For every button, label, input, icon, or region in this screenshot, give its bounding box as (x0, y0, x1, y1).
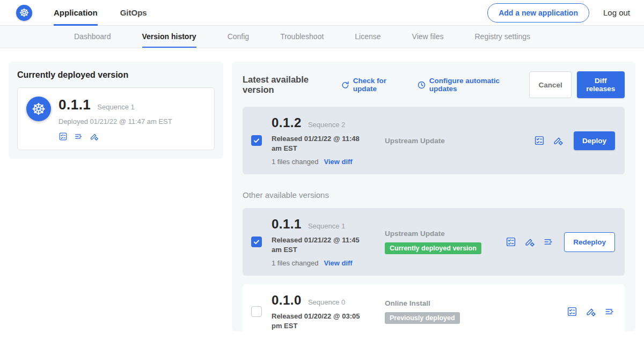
version-source-block: Online Install Previously deployed (382, 299, 567, 324)
cancel-button[interactable]: Cancel (529, 71, 571, 98)
version-source-block: Upstream Update Currently deployed versi… (382, 230, 506, 254)
edit-config-icon[interactable] (553, 135, 564, 146)
subnav-item-view-files[interactable]: View files (412, 26, 444, 48)
edit-config-icon[interactable] (524, 236, 535, 247)
logs-icon[interactable] (604, 306, 615, 317)
version-source: Online Install (385, 299, 567, 307)
version-sequence: Sequence 2 (308, 121, 345, 129)
version-number: 0.1.0 (272, 293, 302, 308)
files-changed: 1 files changed (272, 158, 318, 166)
view-diff-link[interactable]: View diff (324, 259, 352, 267)
version-released: Released 01/21/22 @ 11:48 am EST (272, 134, 371, 153)
add-application-button[interactable]: Add a new application (487, 3, 589, 23)
currently-deployed-badge: Currently deployed version (385, 242, 481, 254)
version-source: Upstream Update (385, 230, 506, 238)
version-sequence: Sequence 1 (308, 222, 345, 230)
app-sub-nav: Dashboard Version history Config Trouble… (0, 26, 644, 48)
redeploy-button[interactable]: Redeploy (564, 232, 615, 252)
version-checkbox[interactable] (251, 236, 262, 247)
version-history-panel: Latest available version Check for updat… (232, 62, 635, 331)
files-changed: 1 files changed (272, 259, 318, 267)
version-number: 0.1.1 (272, 217, 302, 232)
deployed-version-sequence: Sequence 1 (97, 103, 134, 111)
diff-releases-button[interactable]: Diff releases (577, 71, 625, 98)
version-row-0-1-1: 0.1.1 Sequence 1 Released 01/21/22 @ 11:… (243, 208, 625, 276)
subnav-item-version-history[interactable]: Version history (142, 26, 196, 48)
version-source: Upstream Update (385, 137, 534, 145)
main-content: Currently deployed version ☸ 0.1.1 Seque… (0, 48, 644, 340)
check-for-update-link[interactable]: Check for update (341, 77, 404, 93)
subnav-item-license[interactable]: License (355, 26, 380, 48)
version-info: 0.1.1 Sequence 1 Released 01/21/22 @ 11:… (272, 217, 382, 267)
tab-gitops[interactable]: GitOps (120, 0, 147, 26)
release-notes-icon[interactable] (506, 236, 516, 247)
configure-updates-label: Configure automatic updates (429, 77, 517, 93)
left-column: Currently deployed version ☸ 0.1.1 Seque… (9, 62, 223, 331)
deployed-card-title: Currently deployed version (17, 70, 215, 80)
version-source-block: Upstream Update (382, 137, 534, 145)
deploy-button[interactable]: Deploy (574, 131, 615, 150)
view-diff-link[interactable]: View diff (324, 158, 352, 166)
app-kubernetes-icon: ☸ (26, 97, 51, 121)
configure-updates-link[interactable]: Configure automatic updates (417, 77, 517, 93)
logs-icon[interactable] (74, 132, 83, 141)
version-number: 0.1.2 (272, 115, 302, 130)
version-checkbox[interactable] (251, 306, 262, 317)
tab-application[interactable]: Application (54, 0, 98, 26)
edit-config-icon[interactable] (586, 306, 596, 317)
deployed-version-card: ☸ 0.1.1 Sequence 1 Deployed 01/21/22 @ 1… (17, 87, 215, 150)
version-row-0-1-0: 0.1.0 Sequence 0 Released 01/20/22 @ 03:… (243, 284, 625, 331)
version-sequence: Sequence 0 (308, 298, 345, 306)
other-versions-title: Other available versions (243, 190, 625, 199)
logout-link[interactable]: Log out (603, 8, 630, 17)
subnav-item-troubleshoot[interactable]: Troubleshoot (280, 26, 324, 48)
latest-version-title: Latest available version (243, 75, 331, 95)
release-notes-icon[interactable] (567, 306, 577, 317)
top-bar: ☸ Application GitOps Add a new applicati… (0, 0, 644, 26)
previously-deployed-badge: Previously deployed (385, 312, 460, 324)
release-notes-icon[interactable] (58, 132, 68, 141)
deployed-version-info: 0.1.1 Sequence 1 Deployed 01/21/22 @ 11:… (58, 97, 172, 141)
version-released: Released 01/21/22 @ 11:45 am EST (272, 235, 371, 254)
deployed-timestamp: Deployed 01/21/22 @ 11:47 am EST (58, 117, 172, 125)
panel-header: Latest available version Check for updat… (243, 71, 625, 98)
subnav-item-config[interactable]: Config (228, 26, 249, 48)
release-notes-icon[interactable] (534, 135, 545, 146)
subnav-item-dashboard[interactable]: Dashboard (74, 26, 111, 48)
deployed-version-number: 0.1.1 (58, 97, 91, 113)
refresh-icon (341, 80, 350, 90)
version-checkbox[interactable] (251, 135, 262, 146)
edit-config-icon[interactable] (90, 132, 99, 141)
kubernetes-logo-icon: ☸ (16, 5, 32, 21)
currently-deployed-card: Currently deployed version ☸ 0.1.1 Seque… (9, 62, 223, 159)
clock-icon (417, 80, 426, 90)
version-info: 0.1.0 Sequence 0 Released 01/20/22 @ 03:… (272, 293, 382, 330)
version-released: Released 01/20/22 @ 03:05 pm EST (272, 312, 371, 330)
check-for-update-label: Check for update (353, 77, 404, 93)
version-row-0-1-2: 0.1.2 Sequence 2 Released 01/21/22 @ 11:… (243, 107, 625, 174)
subnav-item-registry-settings[interactable]: Registry settings (474, 26, 530, 48)
version-info: 0.1.2 Sequence 2 Released 01/21/22 @ 11:… (272, 115, 382, 166)
logs-icon[interactable] (543, 236, 554, 247)
